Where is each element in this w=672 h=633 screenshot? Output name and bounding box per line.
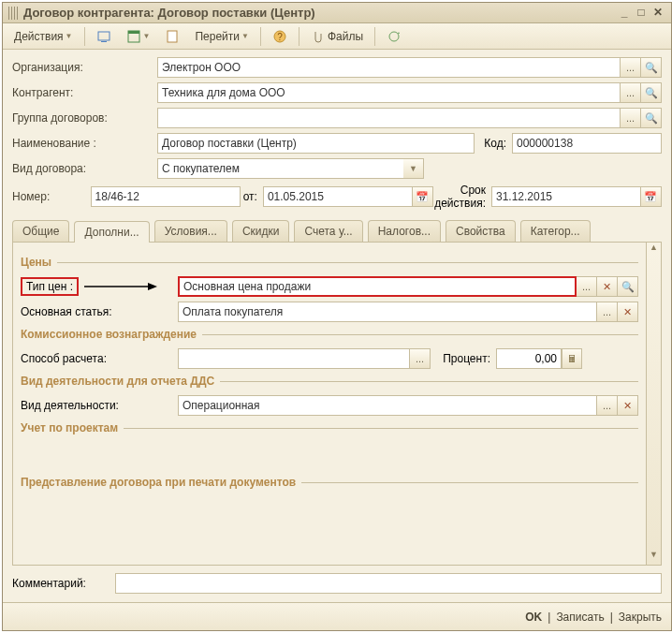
counterparty-select-button[interactable]: ...	[621, 82, 641, 103]
validity-input[interactable]	[491, 186, 641, 207]
toolbar-btn-3[interactable]	[159, 27, 185, 46]
org-select-button[interactable]: ...	[621, 57, 641, 78]
percent-label: Процент:	[431, 352, 496, 365]
svg-point-7	[389, 32, 399, 41]
counterparty-input[interactable]	[157, 82, 621, 103]
from-label: от:	[241, 190, 263, 203]
tab-panel: ▲▼ Цены Тип цен : ... ✕ 🔍 Основная стать…	[12, 243, 662, 566]
goto-menu[interactable]: Перейти▼	[189, 28, 254, 45]
svg-rect-4	[168, 31, 177, 42]
tab-properties[interactable]: Свойства	[446, 220, 516, 242]
window-title: Договор контрагента: Договор поставки (Ц…	[23, 6, 615, 20]
type-select[interactable]: С покупателем	[157, 158, 424, 179]
tab-taxes[interactable]: Налогов...	[368, 220, 441, 242]
contract-window: Договор контрагента: Договор поставки (Ц…	[2, 2, 672, 631]
tab-discounts[interactable]: Скидки	[232, 220, 290, 242]
tab-conditions[interactable]: Условия...	[154, 220, 227, 242]
minimize-button[interactable]: _	[617, 6, 632, 21]
activity-input[interactable]	[178, 395, 597, 416]
calc-method-select-button[interactable]: ...	[410, 348, 431, 369]
window-icon	[126, 29, 141, 44]
toolbar-btn-2[interactable]: ▼	[121, 27, 156, 46]
calc-method-input[interactable]	[178, 348, 410, 369]
footer: OK | Записать | Закрыть	[3, 602, 671, 630]
toolbar: Действия▼ ▼ Перейти▼ ? Файлы	[3, 23, 671, 50]
group-input[interactable]	[157, 108, 621, 128]
activity-select-button[interactable]: ...	[597, 395, 618, 416]
number-label: Номер:	[12, 190, 91, 203]
screen-icon	[96, 29, 111, 44]
main-article-select-button[interactable]: ...	[597, 302, 618, 322]
org-label: Организация:	[12, 61, 157, 74]
svg-rect-1	[101, 41, 107, 42]
activity-clear-button[interactable]: ✕	[618, 395, 638, 416]
group-search-button[interactable]: 🔍	[641, 108, 662, 128]
tab-categories[interactable]: Категор...	[520, 220, 591, 242]
name-input[interactable]	[157, 133, 475, 154]
toolbar-btn-1[interactable]	[91, 27, 117, 46]
svg-marker-9	[148, 283, 157, 290]
org-input[interactable]	[157, 57, 621, 78]
projects-section: Учет по проектам	[21, 421, 638, 434]
main-article-clear-button[interactable]: ✕	[618, 302, 638, 322]
maximize-button[interactable]: □	[634, 6, 649, 21]
activity-label: Вид деятельности:	[21, 399, 178, 412]
percent-input[interactable]	[496, 348, 562, 369]
name-label: Наименование :	[12, 137, 157, 150]
help-icon: ?	[272, 29, 287, 44]
doc-icon	[165, 29, 180, 44]
price-type-search-button[interactable]: 🔍	[618, 276, 638, 297]
number-input[interactable]	[91, 186, 241, 207]
svg-text:?: ?	[277, 32, 283, 42]
titlebar: Договор контрагента: Договор поставки (Ц…	[3, 3, 671, 23]
svg-rect-3	[128, 31, 139, 34]
percent-calc-button[interactable]: 🖩	[562, 348, 582, 369]
calc-method-label: Способ расчета:	[21, 352, 178, 365]
grip-icon	[8, 7, 18, 20]
comment-input[interactable]	[115, 573, 662, 594]
tabs: Общие Дополни... Условия... Скидки Счета…	[12, 220, 662, 243]
ok-button[interactable]: OK	[525, 611, 542, 624]
files-button[interactable]: Файлы	[305, 27, 369, 46]
counterparty-search-button[interactable]: 🔍	[641, 82, 662, 103]
from-input[interactable]	[263, 186, 413, 207]
print-section: Представление договора при печати докуме…	[21, 476, 638, 489]
tab-additional[interactable]: Дополни...	[74, 221, 149, 243]
tab-accounts[interactable]: Счета у...	[294, 220, 362, 242]
main-article-input[interactable]	[178, 302, 597, 322]
close-window-button[interactable]: ✕	[650, 6, 665, 21]
close-button[interactable]: Закрыть	[619, 611, 662, 624]
group-select-button[interactable]: ...	[621, 108, 641, 128]
comment-label: Комментарий:	[12, 577, 115, 590]
code-label: Код:	[475, 137, 512, 150]
price-type-label-highlight: Тип цен :	[21, 277, 79, 296]
prices-section: Цены	[21, 256, 638, 269]
clip-icon	[311, 29, 326, 44]
actions-menu[interactable]: Действия▼	[8, 28, 79, 45]
validity-calendar-button[interactable]: 📅	[641, 186, 662, 207]
arrow-icon	[84, 277, 159, 296]
toolbar-btn-refresh[interactable]	[381, 27, 407, 46]
tab-general[interactable]: Общие	[12, 220, 69, 242]
scrollbar[interactable]: ▲▼	[646, 243, 661, 565]
main-article-label: Основная статья:	[21, 305, 178, 318]
price-type-select-button[interactable]: ...	[577, 276, 597, 297]
type-label: Вид договора:	[12, 162, 157, 175]
counterparty-label: Контрагент:	[12, 86, 157, 99]
scroll-up-icon: ▲	[647, 243, 661, 258]
save-button[interactable]: Записать	[556, 611, 604, 624]
scroll-down-icon: ▼	[647, 550, 661, 565]
code-input[interactable]	[512, 133, 662, 154]
refresh-icon	[387, 29, 402, 44]
commission-section: Комиссионное вознаграждение	[21, 328, 638, 341]
from-calendar-button[interactable]: 📅	[413, 186, 433, 207]
form-area: Организация: ...🔍 Контрагент: ...🔍 Групп…	[3, 50, 671, 602]
price-type-clear-button[interactable]: ✕	[597, 276, 618, 297]
price-type-input[interactable]	[178, 276, 577, 297]
dds-section: Вид деятельности для отчета ДДС	[21, 375, 638, 388]
help-button[interactable]: ?	[267, 27, 293, 46]
validity-label: Срок действия:	[433, 184, 491, 210]
group-label: Группа договоров:	[12, 111, 157, 125]
svg-rect-0	[98, 32, 110, 40]
org-search-button[interactable]: 🔍	[641, 57, 662, 78]
